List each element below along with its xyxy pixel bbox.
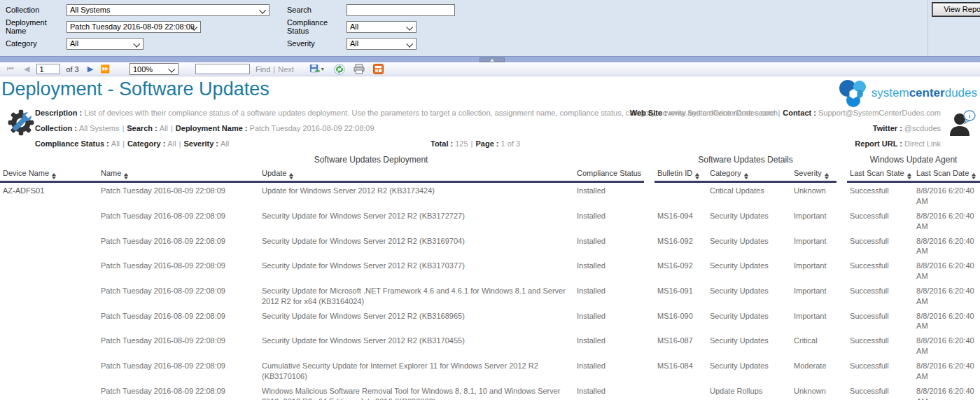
find-text-input[interactable] (195, 64, 250, 74)
next-page-icon[interactable]: ▶ (88, 65, 93, 73)
compliance-status-dropdown[interactable]: All (346, 21, 416, 33)
col-header-compliance-status[interactable]: Compliance Status (574, 167, 644, 182)
print-icon[interactable] (354, 64, 365, 74)
table-cell: Important (791, 208, 836, 233)
table-cell: Security Updates (707, 333, 791, 358)
page-number-input[interactable] (36, 64, 60, 74)
filters-line-1: Collection : All Systems|Search : All|De… (35, 124, 374, 132)
bulletin-id-link[interactable]: MS16-091 (654, 283, 707, 308)
table-cell: AZ-ADFS01 (0, 182, 98, 208)
table-cell: Windows Malicious Software Removal Tool … (259, 383, 574, 400)
severity-dropdown[interactable]: All (346, 38, 416, 50)
table-cell: Security Updates (707, 308, 791, 333)
table-cell: Patch Tuesday 2016-08-09 22:08:09 (98, 283, 259, 308)
parameter-splitter[interactable] (0, 56, 980, 62)
table-cell: Unknown (791, 383, 836, 400)
bulletin-id-link[interactable]: MS16-090 (654, 308, 707, 333)
sort-icon[interactable] (825, 173, 829, 179)
sort-icon[interactable] (124, 173, 128, 179)
category-label: Category (6, 39, 66, 48)
collection-dropdown[interactable]: All Systems (66, 4, 270, 16)
previous-page-icon[interactable]: ◀ (24, 65, 29, 73)
table-cell (0, 283, 98, 308)
zoom-dropdown[interactable]: 100% (130, 63, 178, 75)
table-cell: Cumulative Security Update for Internet … (259, 358, 574, 383)
table-cell (0, 258, 98, 283)
table-cell: Security Update for Microsoft .NET Frame… (259, 283, 574, 308)
table-cell: Installed (574, 208, 644, 233)
view-report-button[interactable]: View Report (932, 3, 980, 16)
software-updates-table: Software Updates Deployment Software Upd… (0, 153, 980, 400)
last-page-icon[interactable]: ⏩ (100, 65, 110, 73)
first-page-icon[interactable]: ⏮ (7, 65, 14, 73)
svg-text:i: i (968, 111, 970, 120)
sort-icon[interactable] (972, 173, 976, 179)
group-header-wua: Windows Update Agent (847, 153, 980, 167)
spacer-cell (836, 233, 847, 258)
table-cell: Critical (791, 333, 836, 358)
table-cell: Successfull (847, 182, 913, 208)
table-cell: Patch Tuesday 2016-08-09 22:08:09 (98, 233, 259, 258)
sort-icon[interactable] (289, 173, 293, 179)
info-contact-icon: i (948, 109, 976, 140)
bulletin-id-link[interactable]: MS16-092 (654, 233, 707, 258)
export-menu-caret[interactable]: ▾ (321, 66, 324, 72)
col-header-category[interactable]: Category (707, 167, 791, 182)
find-next-link[interactable]: Next (278, 65, 294, 74)
spacer-cell (836, 333, 847, 358)
data-feed-icon[interactable] (373, 64, 384, 74)
refresh-icon[interactable] (334, 64, 345, 75)
table-cell: Successfull (847, 258, 913, 283)
twitter-line: Twitter : @scdudes (873, 124, 941, 132)
col-header-last-scan-date[interactable]: Last Scan Date (913, 167, 980, 182)
col-header-last-scan-state[interactable]: Last Scan State (847, 167, 913, 182)
col-header-bulletin-id[interactable]: Bulletin ID (654, 167, 707, 182)
table-cell (0, 208, 98, 233)
table-cell: Security Update for Windows Server 2012 … (259, 258, 574, 283)
bulletin-id-link[interactable]: MS16-087 (654, 333, 707, 358)
table-cell: Patch Tuesday 2016-08-09 22:08:09 (98, 208, 259, 233)
spacer-cell (644, 233, 654, 258)
sort-icon[interactable] (52, 173, 56, 179)
category-dropdown[interactable]: All (66, 38, 144, 50)
table-cell: Important (791, 233, 836, 258)
sort-icon[interactable] (744, 173, 748, 179)
table-row: Patch Tuesday 2016-08-09 22:08:09Securit… (0, 283, 980, 308)
deployment-name-dropdown[interactable]: Patch Tuesday 2016-08-09 22:08:09 (66, 21, 201, 33)
table-cell: Successfull (847, 383, 913, 400)
parameter-panel: Collection All Systems Search Deployment… (0, 0, 980, 56)
bulletin-id-link[interactable]: MS16-084 (654, 358, 707, 383)
sort-icon[interactable] (695, 173, 699, 179)
report-toolbar: ⏮ ◀ of 3 ▶ ⏩ 100% Find | Next ▾ (0, 62, 980, 76)
table-row: AZ-ADFS01Patch Tuesday 2016-08-09 22:08:… (0, 182, 980, 208)
col-header-device-name[interactable]: Device Name (0, 167, 98, 182)
panel-divider (927, 0, 928, 56)
spacer-cell (644, 208, 654, 233)
spacer-cell (644, 283, 654, 308)
bulletin-id-link[interactable]: MS16-094 (654, 208, 707, 233)
table-cell (0, 383, 98, 400)
table-row: Patch Tuesday 2016-08-09 22:08:09Securit… (0, 308, 980, 333)
table-cell: Critical Updates (707, 182, 791, 208)
spacer-cell (836, 258, 847, 283)
sort-icon[interactable] (907, 173, 911, 179)
col-header-name[interactable]: Name (98, 167, 259, 182)
spacer-cell (836, 208, 847, 233)
find-link[interactable]: Find (255, 65, 270, 74)
search-input[interactable] (346, 4, 455, 16)
table-row: Patch Tuesday 2016-08-09 22:08:09Securit… (0, 233, 980, 258)
severity-label: Severity (287, 39, 346, 48)
col-header-update[interactable]: Update (259, 167, 574, 182)
bulletin-id-link[interactable]: MS16-092 (654, 258, 707, 283)
gear-wrench-icon (6, 107, 36, 141)
group-header-details: Software Updates Details (654, 153, 836, 167)
table-cell: Successfull (847, 233, 913, 258)
spacer-cell (836, 182, 847, 208)
col-header-severity[interactable]: Severity (791, 167, 836, 182)
table-cell: Successfull (847, 283, 913, 308)
search-label: Search (287, 6, 346, 14)
table-row: Patch Tuesday 2016-08-09 22:08:09Securit… (0, 208, 980, 233)
splitter-collapse-handle[interactable] (479, 57, 505, 62)
export-icon[interactable] (309, 64, 320, 74)
table-cell: Patch Tuesday 2016-08-09 22:08:09 (98, 383, 259, 400)
